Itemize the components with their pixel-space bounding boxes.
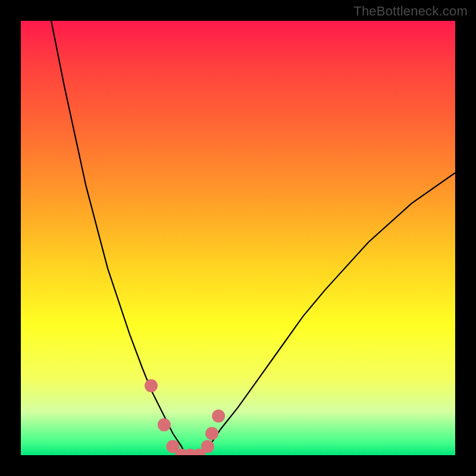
plot-area [21,21,455,455]
marker-point [201,440,214,453]
marker-point [158,418,171,431]
marker-point [145,379,158,392]
marker-group [145,379,225,455]
marker-point [205,427,218,440]
watermark-text: TheBottleneck.com [353,4,468,19]
chart-frame: TheBottleneck.com [0,0,476,476]
bottleneck-curve [51,21,455,455]
marker-point [212,409,225,422]
curve-svg [21,21,455,455]
